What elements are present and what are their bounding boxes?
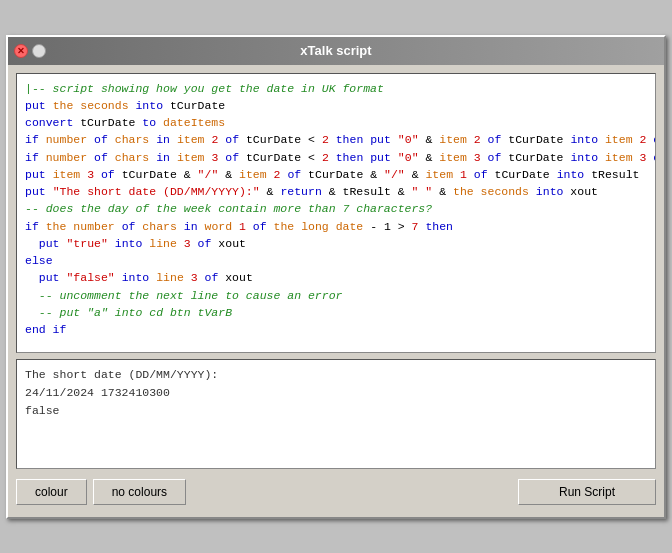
window-title: xTalk script <box>300 43 371 58</box>
main-window: ✕ xTalk script |-- script showing how yo… <box>6 35 666 519</box>
output-display: The short date (DD/MM/YYYY): 24/11/2024 … <box>16 359 656 469</box>
window-body: |-- script showing how you get the date … <box>8 65 664 517</box>
title-bar: ✕ xTalk script <box>8 37 664 65</box>
output-line-2: 24/11/2024 1732410300 <box>25 384 647 402</box>
output-line-3: false <box>25 402 647 420</box>
run-script-button[interactable]: Run Script <box>518 479 656 505</box>
left-buttons: colour no colours <box>16 479 186 505</box>
close-button[interactable]: ✕ <box>14 44 28 58</box>
code-editor[interactable]: |-- script showing how you get the date … <box>16 73 656 353</box>
output-line-1: The short date (DD/MM/YYYY): <box>25 366 647 384</box>
no-colours-button[interactable]: no colours <box>93 479 186 505</box>
window-controls: ✕ <box>14 44 46 58</box>
minimize-button[interactable] <box>32 44 46 58</box>
colour-button[interactable]: colour <box>16 479 87 505</box>
button-bar: colour no colours Run Script <box>16 475 656 509</box>
close-icon: ✕ <box>17 46 25 56</box>
